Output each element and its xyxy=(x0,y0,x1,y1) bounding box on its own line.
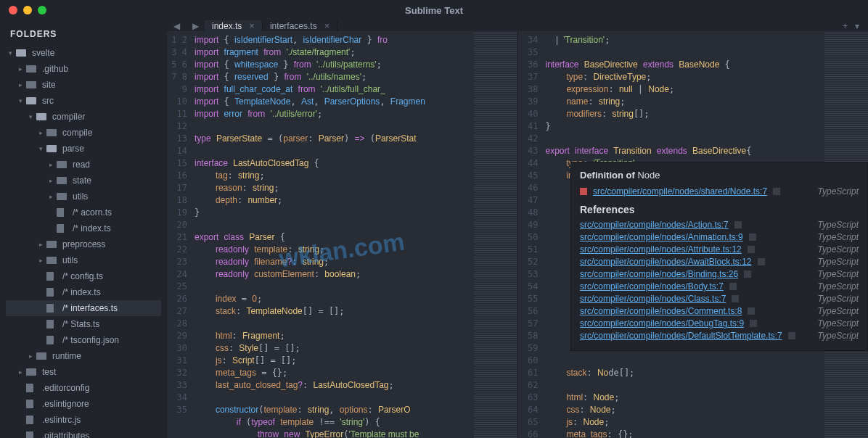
language-badge: TypeScript xyxy=(818,220,859,230)
square-icon xyxy=(732,295,739,302)
file-item[interactable]: /* acorn.ts xyxy=(6,204,161,220)
folder-item[interactable]: ▸runtime xyxy=(6,348,161,364)
file-item[interactable]: /* index.ts xyxy=(6,220,161,236)
language-badge: TypeScript xyxy=(818,269,859,279)
folder-item[interactable]: ▸utils xyxy=(6,189,161,204)
language-badge: TypeScript xyxy=(818,232,859,242)
close-icon[interactable]: × xyxy=(324,20,330,31)
tab-bar: ◀ ▶ index.ts×interfaces.ts× + ▾ xyxy=(167,20,868,31)
square-icon xyxy=(749,234,756,241)
language-badge: TypeScript xyxy=(818,257,859,267)
file-item[interactable]: /* config.ts xyxy=(6,268,161,284)
language-badge: TypeScript xyxy=(818,281,859,292)
file-item[interactable]: .eslintrc.js xyxy=(6,412,161,428)
folder-item[interactable]: ▸.github xyxy=(6,61,161,77)
square-icon xyxy=(773,188,780,195)
references-header: References xyxy=(580,204,859,215)
tab-interfaces-ts[interactable]: interfaces.ts× xyxy=(263,20,337,31)
goto-definition-panel: Definition of Node src/compiler/compile/… xyxy=(570,162,868,351)
minimap[interactable] xyxy=(474,31,517,438)
folder-item[interactable]: ▸state xyxy=(6,173,161,189)
reference-link[interactable]: src/compiler/compile/nodes/Animation.ts:… xyxy=(580,232,743,242)
file-item[interactable]: .eslintignore xyxy=(6,396,161,412)
folder-item[interactable]: ▸test xyxy=(6,364,161,380)
tab-next-icon[interactable]: ▶ xyxy=(186,20,205,31)
close-icon[interactable]: × xyxy=(249,20,255,31)
tab-index-ts[interactable]: index.ts× xyxy=(205,20,263,31)
reference-link[interactable]: src/compiler/compile/nodes/Binding.ts:26 xyxy=(580,269,738,279)
language-badge: TypeScript xyxy=(818,186,859,197)
window-close[interactable] xyxy=(9,6,17,15)
window-minimize[interactable] xyxy=(23,6,32,15)
reference-link[interactable]: src/compiler/compile/nodes/DebugTag.ts:9 xyxy=(580,318,744,328)
reference-link[interactable]: src/compiler/compile/nodes/Attribute.ts:… xyxy=(580,244,742,255)
square-icon xyxy=(748,246,755,253)
language-badge: TypeScript xyxy=(818,318,859,328)
reference-link[interactable]: src/compiler/compile/nodes/Class.ts:7 xyxy=(580,294,726,304)
file-icon xyxy=(580,188,587,195)
code-content[interactable]: import { isIdentifierStart, isIdentifier… xyxy=(195,31,474,438)
reference-link[interactable]: src/compiler/compile/nodes/Action.ts:7 xyxy=(580,220,729,230)
gutter: 1 2 3 4 5 6 7 8 9 10 11 12 13 14 15 16 1… xyxy=(167,31,195,438)
square-icon xyxy=(734,221,742,228)
editor-pane-1[interactable]: 1 2 3 4 5 6 7 8 9 10 11 12 13 14 15 16 1… xyxy=(167,31,517,438)
folder-item[interactable]: ▾parse xyxy=(6,141,161,157)
folder-item[interactable]: ▸preprocess xyxy=(6,236,161,252)
reference-link[interactable]: src/compiler/compile/nodes/Comment.ts:8 xyxy=(580,306,742,316)
folders-header: FOLDERS xyxy=(6,29,161,39)
square-icon xyxy=(744,270,751,278)
reference-link[interactable]: src/compiler/compile/nodes/AwaitBlock.ts… xyxy=(580,257,752,267)
language-badge: TypeScript xyxy=(818,294,859,304)
square-icon xyxy=(788,332,795,339)
file-item[interactable]: /* Stats.ts xyxy=(6,316,161,332)
window-maximize[interactable] xyxy=(38,6,46,15)
square-icon xyxy=(748,307,755,315)
definition-header: Definition of Node xyxy=(580,170,859,181)
gutter: 34 35 36 37 38 39 40 41 42 43 44 45 46 4… xyxy=(518,31,546,438)
folder-item[interactable]: ▾compiler xyxy=(6,109,161,125)
file-item[interactable]: .editorconfig xyxy=(6,380,161,396)
sidebar: FOLDERS ▾svelte▸.github▸site▾src▾compile… xyxy=(0,20,167,438)
editor-pane-2[interactable]: 34 35 36 37 38 39 40 41 42 43 44 45 46 4… xyxy=(517,31,869,438)
window-title: Sublime Text xyxy=(405,5,463,16)
tab-prev-icon[interactable]: ◀ xyxy=(167,20,186,31)
language-badge: TypeScript xyxy=(818,331,859,341)
definition-link[interactable]: src/compiler/compile/nodes/shared/Node.t… xyxy=(593,186,767,197)
file-item[interactable]: /* index.ts xyxy=(6,284,161,300)
square-icon xyxy=(758,258,765,265)
square-icon xyxy=(729,283,737,290)
tab-menu-icon[interactable]: ▾ xyxy=(855,21,859,31)
folder-item[interactable]: ▾svelte xyxy=(6,45,161,61)
folder-item[interactable]: ▾src xyxy=(6,93,161,109)
folder-item[interactable]: ▸site xyxy=(6,77,161,93)
file-item[interactable]: .gitattributes xyxy=(6,428,161,438)
file-item[interactable]: /* interfaces.ts xyxy=(6,300,161,316)
reference-link[interactable]: src/compiler/compile/nodes/Body.ts:7 xyxy=(580,281,724,292)
language-badge: TypeScript xyxy=(818,244,859,255)
new-tab-icon[interactable]: + xyxy=(843,21,848,31)
square-icon xyxy=(750,320,757,327)
folder-item[interactable]: ▸utils xyxy=(6,252,161,268)
language-badge: TypeScript xyxy=(818,306,859,316)
folder-item[interactable]: ▸compile xyxy=(6,125,161,141)
folder-item[interactable]: ▸read xyxy=(6,157,161,173)
reference-link[interactable]: src/compiler/compile/nodes/DefaultSlotTe… xyxy=(580,331,782,341)
file-item[interactable]: /* tsconfig.json xyxy=(6,332,161,348)
